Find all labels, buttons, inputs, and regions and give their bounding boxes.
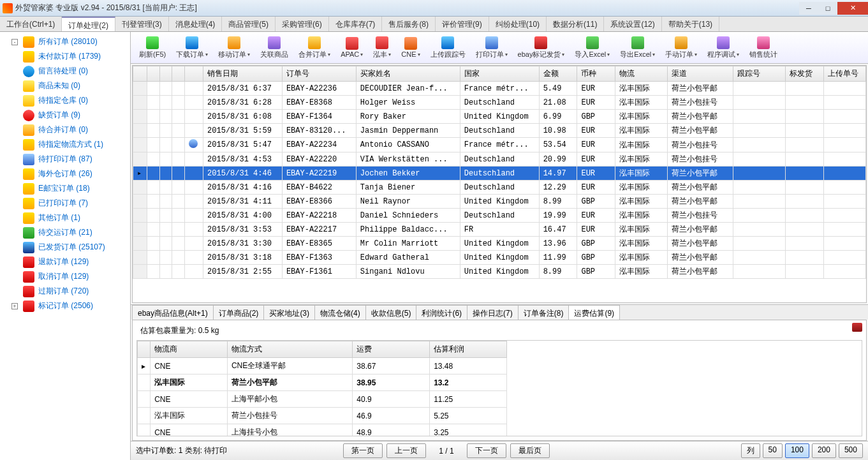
order-row[interactable]: ▸2015/8/31 4:46EBAY-A22219Jochen BekkerD… bbox=[133, 167, 866, 181]
column-header[interactable]: 渠道 bbox=[667, 66, 733, 82]
order-row[interactable]: 2015/8/31 5:59EBAY-83120...Jasmin Depper… bbox=[133, 124, 866, 138]
toolbar-button[interactable]: 下载订单▾ bbox=[172, 34, 212, 61]
column-header[interactable]: 买家姓名 bbox=[356, 66, 460, 82]
main-tab[interactable]: 仓库库存(7) bbox=[329, 17, 383, 31]
column-header[interactable]: 销售日期 bbox=[203, 66, 283, 82]
column-header[interactable]: 上传单号 bbox=[823, 66, 865, 82]
sidebar-item[interactable]: 其他订单 (1) bbox=[0, 211, 130, 225]
sidebar-item[interactable]: -所有订单 (28010) bbox=[0, 34, 130, 49]
column-header[interactable]: 国家 bbox=[460, 66, 539, 82]
est-row[interactable]: CNE上海平邮小包40.911.25 bbox=[138, 391, 507, 408]
maximize-button[interactable]: □ bbox=[818, 2, 837, 15]
sidebar-item[interactable]: 退款订单 (129) bbox=[0, 255, 130, 269]
toolbar-button[interactable]: 手动订单▾ bbox=[661, 34, 702, 61]
toolbar-button[interactable]: 销售统计 bbox=[745, 34, 782, 61]
next-page-button[interactable]: 下一页 bbox=[467, 443, 506, 458]
sidebar-item[interactable]: E邮宝订单 (18) bbox=[0, 181, 130, 196]
tree-toggle-icon[interactable]: + bbox=[11, 303, 18, 309]
detail-tab[interactable]: 操作日志(7) bbox=[467, 305, 519, 320]
main-tab[interactable]: 订单处理(2) bbox=[62, 17, 115, 31]
toolbar-button[interactable]: 泓丰▾ bbox=[369, 34, 395, 61]
order-row[interactable]: 2015/8/31 2:55EBAY-F1361Singani NdlovuUn… bbox=[133, 265, 866, 279]
close-button[interactable]: ✕ bbox=[837, 2, 868, 15]
detail-tab[interactable]: 订单备注(8) bbox=[518, 305, 570, 320]
toolbar-button[interactable]: 关联商品 bbox=[256, 34, 293, 61]
detail-tab[interactable]: 物流仓储(4) bbox=[314, 305, 366, 320]
prev-page-button[interactable]: 上一页 bbox=[386, 443, 426, 458]
first-page-button[interactable]: 第一页 bbox=[343, 443, 383, 458]
main-tab[interactable]: 帮助关于(13) bbox=[662, 17, 719, 31]
sidebar-item[interactable]: 待交运订单 (21) bbox=[0, 225, 130, 240]
sidebar-item[interactable]: 已发货订单 (25107) bbox=[0, 240, 130, 255]
sidebar-item[interactable]: 待合并订单 (0) bbox=[0, 122, 130, 137]
page-size-button[interactable]: 500 bbox=[839, 443, 863, 458]
notebook-icon[interactable] bbox=[852, 323, 862, 332]
toolbar-button[interactable]: 合并订单▾ bbox=[294, 34, 335, 61]
page-size-button[interactable]: 200 bbox=[812, 443, 836, 458]
toolbar-button[interactable]: 上传跟踪号 bbox=[426, 34, 470, 61]
sidebar-item[interactable]: 海外仓订单 (26) bbox=[0, 167, 130, 181]
sidebar-item[interactable]: 缺货订单 (9) bbox=[0, 108, 130, 122]
detail-tab[interactable]: 运费估算(9) bbox=[568, 305, 620, 320]
order-row[interactable]: 2015/8/31 5:47EBAY-A22234Antonio CASSANO… bbox=[133, 138, 866, 152]
order-row[interactable]: 2015/8/31 6:37EBAY-A22236DECOUDIER Jean-… bbox=[133, 82, 866, 96]
est-column-header[interactable]: 物流商 bbox=[151, 341, 228, 358]
main-tab[interactable]: 工作台(Ctrl+1) bbox=[0, 17, 62, 31]
detail-tab[interactable]: 收款信息(5) bbox=[365, 305, 417, 320]
order-row[interactable]: 2015/8/31 4:53EBAY-A22220VIA Werkstätten… bbox=[133, 152, 866, 167]
main-tab[interactable]: 纠纷处理(10) bbox=[489, 17, 547, 31]
order-row[interactable]: 2015/8/31 4:11EBAY-E8366Neil RaynorUnite… bbox=[133, 195, 866, 209]
column-header[interactable]: 币种 bbox=[577, 66, 615, 82]
sidebar-item[interactable]: 待指定仓库 (0) bbox=[0, 93, 130, 108]
main-tab[interactable]: 消息处理(4) bbox=[169, 17, 223, 31]
sidebar-item[interactable]: 过期订单 (720) bbox=[0, 284, 130, 299]
detail-tab[interactable]: 买家地址(3) bbox=[263, 305, 315, 320]
order-row[interactable]: 2015/8/31 3:18EBAY-F1363Edward GatheralU… bbox=[133, 251, 866, 265]
main-tab[interactable]: 系统设置(12) bbox=[604, 17, 661, 31]
est-column-header[interactable]: 物流方式 bbox=[227, 341, 352, 358]
minimize-button[interactable]: ─ bbox=[799, 2, 818, 15]
column-header[interactable]: 跟踪号 bbox=[733, 66, 786, 82]
est-row[interactable]: 泓丰国际荷兰小包挂号46.95.25 bbox=[138, 408, 507, 424]
toolbar-button[interactable]: 导入Excel▾ bbox=[570, 34, 614, 61]
toolbar-button[interactable]: ebay标记发货▾ bbox=[513, 34, 570, 61]
toolbar-button[interactable]: 移动订单▾ bbox=[214, 34, 254, 61]
main-tab[interactable]: 评价管理(9) bbox=[436, 17, 489, 31]
order-row[interactable]: 2015/8/31 6:28EBAY-E8368Holger WeissDeut… bbox=[133, 96, 866, 110]
order-row[interactable]: 2015/8/31 3:30EBAY-E8365Mr Colin Marriot… bbox=[133, 237, 866, 251]
sidebar-item[interactable]: 商品未知 (0) bbox=[0, 78, 130, 93]
main-tab[interactable]: 售后服务(8) bbox=[382, 17, 436, 31]
tree-toggle-icon[interactable]: - bbox=[11, 39, 18, 45]
page-size-button[interactable]: 100 bbox=[785, 443, 809, 458]
main-tab[interactable]: 刊登管理(3) bbox=[115, 17, 169, 31]
detail-tab[interactable]: ebay商品信息(Alt+1) bbox=[132, 305, 214, 320]
column-header[interactable]: 金额 bbox=[539, 66, 577, 82]
main-tab[interactable]: 数据分析(11) bbox=[547, 17, 604, 31]
sidebar-item[interactable]: 未付款订单 (1739) bbox=[0, 49, 130, 64]
sidebar-item[interactable]: 已打印订单 (7) bbox=[0, 196, 130, 211]
last-page-button[interactable]: 最后页 bbox=[510, 443, 550, 458]
sidebar-item[interactable]: 待指定物流方式 (1) bbox=[0, 137, 130, 152]
sidebar-item[interactable]: 待打印订单 (87) bbox=[0, 152, 130, 167]
detail-tab[interactable]: 订单商品(2) bbox=[213, 305, 265, 320]
toolbar-button[interactable]: 程序调试▾ bbox=[703, 34, 744, 61]
main-tab[interactable]: 商品管理(5) bbox=[222, 17, 276, 31]
est-column-header[interactable]: 估算利润 bbox=[430, 341, 507, 358]
est-row[interactable]: 泓丰国际荷兰小包平邮38.9513.2 bbox=[138, 375, 507, 391]
order-row[interactable]: 2015/8/31 6:08EBAY-F1364Rory BakerUnited… bbox=[133, 110, 866, 124]
toolbar-button[interactable]: 导出Excel▾ bbox=[615, 34, 659, 61]
est-column-header[interactable]: 运费 bbox=[353, 341, 430, 358]
order-row[interactable]: 2015/8/31 3:53EBAY-A22217Philippe Baldac… bbox=[133, 223, 866, 237]
order-grid[interactable]: 销售日期订单号买家姓名国家金额币种物流渠道跟踪号标发货上传单号2015/8/31… bbox=[133, 66, 866, 279]
shipping-estimate-table[interactable]: 物流商物流方式运费估算利润▸CNECNE全球通平邮38.6713.48泓丰国际荷… bbox=[137, 341, 507, 436]
order-row[interactable]: 2015/8/31 4:00EBAY-A22218Daniel Schniede… bbox=[133, 209, 866, 223]
column-header[interactable]: 标发货 bbox=[785, 66, 823, 82]
detail-tab[interactable]: 利润统计(6) bbox=[416, 305, 467, 320]
main-tab[interactable]: 采购管理(6) bbox=[276, 17, 329, 31]
page-size-button[interactable]: 列 bbox=[741, 443, 760, 458]
est-row[interactable]: ▸CNECNE全球通平邮38.6713.48 bbox=[138, 358, 507, 375]
toolbar-button[interactable]: CNE▾ bbox=[397, 35, 424, 60]
order-grid-container[interactable]: 销售日期订单号买家姓名国家金额币种物流渠道跟踪号标发货上传单号2015/8/31… bbox=[132, 65, 867, 303]
page-size-button[interactable]: 50 bbox=[763, 443, 783, 458]
column-header[interactable]: 订单号 bbox=[282, 66, 356, 82]
